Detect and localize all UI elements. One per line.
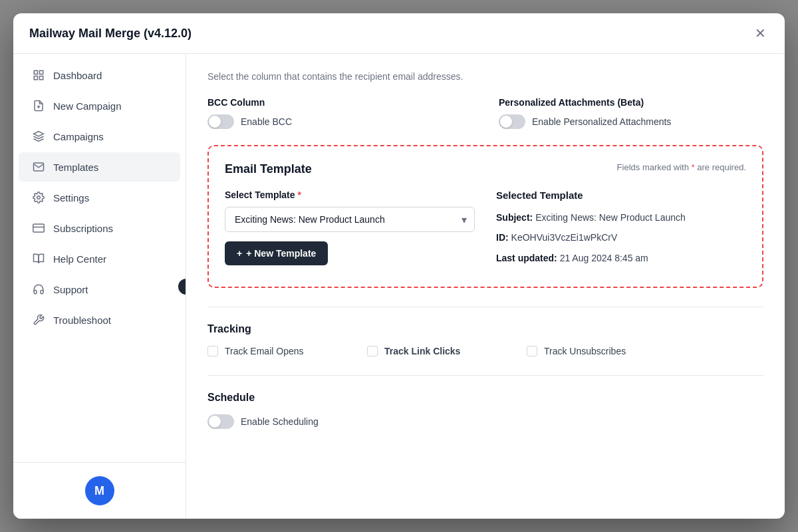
track-opens-checkbox[interactable] <box>207 346 218 356</box>
bcc-toggle-label: Enable BCC <box>241 116 292 127</box>
sidebar-label-help-center: Help Center <box>53 253 106 265</box>
sidebar-item-new-campaign[interactable]: New Campaign <box>19 91 180 120</box>
svg-rect-3 <box>40 76 43 80</box>
sidebar-item-help-center[interactable]: Help Center <box>19 244 180 273</box>
mail-icon <box>32 160 45 174</box>
bcc-column: BCC Column Enable BCC <box>207 97 472 129</box>
bcc-label: BCC Column <box>207 97 472 108</box>
close-icon: ✕ <box>755 26 766 41</box>
modal-body: Dashboard New Campaign <box>13 54 785 519</box>
template-select[interactable]: Exciting News: New Product Launch <box>225 207 475 232</box>
personalized-column: Personalized Attachments (Beta) Enable P… <box>499 97 763 129</box>
track-unsubscribes-label: Track Unsubscribes <box>544 346 626 356</box>
divider-tracking <box>207 307 763 307</box>
section-description: Select the column that contains the reci… <box>207 70 763 84</box>
template-body: Select Template * Exciting News: New Pro… <box>225 190 746 271</box>
new-template-button[interactable]: + + New Template <box>225 241 328 265</box>
bcc-toggle-row: Enable BCC <box>207 114 472 129</box>
gear-icon <box>32 191 45 204</box>
sidebar-item-subscriptions[interactable]: Subscriptions <box>19 213 180 243</box>
sidebar-label-settings: Settings <box>53 192 89 203</box>
sidebar-nav: Dashboard New Campaign <box>13 54 186 462</box>
select-template-label: Select Template * <box>225 190 475 200</box>
track-clicks-row[interactable]: Track Link Clicks <box>367 346 500 356</box>
schedule-section: Schedule Enable Scheduling <box>207 392 763 429</box>
personalized-toggle[interactable] <box>499 114 525 129</box>
personalized-toggle-row: Enable Personalized Attachments <box>499 114 763 129</box>
selected-template-title: Selected Template <box>496 190 746 201</box>
email-template-title: Email Template <box>225 162 312 176</box>
sidebar-item-campaigns[interactable]: Campaigns <box>19 122 180 151</box>
personalized-toggle-label: Enable Personalized Attachments <box>532 116 671 127</box>
track-clicks-label: Track Link Clicks <box>384 346 460 356</box>
svg-rect-0 <box>34 70 37 74</box>
new-template-label: + New Template <box>246 248 316 259</box>
sidebar-label-templates: Templates <box>53 162 98 173</box>
sidebar-label-subscriptions: Subscriptions <box>53 223 113 234</box>
sidebar-item-troubleshoot[interactable]: Troubleshoot <box>19 305 180 334</box>
plus-icon: + <box>237 248 242 259</box>
main-content: Select the column that contains the reci… <box>186 54 785 519</box>
book-icon <box>32 252 45 265</box>
required-star: * <box>692 162 695 172</box>
track-clicks-checkbox[interactable] <box>367 346 378 356</box>
schedule-toggle[interactable] <box>207 414 234 429</box>
divider-schedule <box>207 375 763 376</box>
tracking-options: Track Email Opens Track Link Clicks Trac… <box>207 346 763 356</box>
modal-header: Mailway Mail Merge (v4.12.0) ✕ <box>13 13 785 54</box>
sidebar-item-settings[interactable]: Settings <box>19 183 180 212</box>
track-unsubscribes-row[interactable]: Track Unsubscribes <box>527 346 660 356</box>
modal-title: Mailway Mail Merge (v4.12.0) <box>29 27 192 41</box>
layers-icon <box>32 130 45 143</box>
modal-window: Mailway Mail Merge (v4.12.0) ✕ Dashboard <box>13 13 785 519</box>
schedule-toggle-row: Enable Scheduling <box>207 414 763 429</box>
template-right: Selected Template Subject: Exciting News… <box>496 190 746 271</box>
template-updated-value: 21 Aug 2024 8:45 am <box>560 253 648 263</box>
bcc-toggle[interactable] <box>207 114 234 129</box>
track-opens-row[interactable]: Track Email Opens <box>207 346 340 356</box>
template-id-value: KeOHVui3VczEi1wPkCrV <box>511 232 618 243</box>
template-select-wrapper: Exciting News: New Product Launch ▾ <box>225 207 475 232</box>
credit-card-icon <box>32 221 45 235</box>
svg-marker-6 <box>34 132 44 137</box>
sidebar: Dashboard New Campaign <box>13 54 186 519</box>
svg-point-7 <box>37 196 41 200</box>
template-subject-value: Exciting News: New Product Launch <box>535 212 686 223</box>
sidebar-label-new-campaign: New Campaign <box>53 100 122 112</box>
schedule-title: Schedule <box>207 392 763 404</box>
tracking-title: Tracking <box>207 323 763 335</box>
wrench-icon <box>32 313 45 327</box>
tracking-section: Tracking Track Email Opens Track Link Cl… <box>207 323 763 356</box>
close-button[interactable]: ✕ <box>752 24 769 43</box>
sidebar-label-dashboard: Dashboard <box>53 70 102 81</box>
sidebar-item-support[interactable]: Support <box>19 275 180 304</box>
svg-rect-1 <box>40 70 43 74</box>
template-last-updated: Last updated: 21 Aug 2024 8:45 am <box>496 251 746 265</box>
track-opens-label: Track Email Opens <box>225 346 304 356</box>
schedule-toggle-label: Enable Scheduling <box>241 416 319 427</box>
sidebar-label-support: Support <box>53 284 88 295</box>
sidebar-item-dashboard[interactable]: Dashboard <box>19 61 180 90</box>
sidebar-bottom: M <box>13 462 186 519</box>
email-template-box: Email Template Fields marked with * are … <box>207 145 763 288</box>
track-unsubscribes-checkbox[interactable] <box>527 346 537 356</box>
avatar: M <box>85 476 114 505</box>
grid-icon <box>32 68 45 82</box>
required-note: Fields marked with * are required. <box>617 162 746 172</box>
sidebar-item-templates[interactable]: Templates <box>19 152 180 182</box>
svg-rect-8 <box>33 224 45 232</box>
headset-icon <box>32 283 45 296</box>
file-plus-icon <box>32 99 45 112</box>
personalized-label: Personalized Attachments (Beta) <box>499 97 763 108</box>
sidebar-label-campaigns: Campaigns <box>53 131 104 142</box>
svg-rect-2 <box>34 76 37 80</box>
email-template-header: Email Template Fields marked with * are … <box>225 162 746 176</box>
template-left: Select Template * Exciting News: New Pro… <box>225 190 475 271</box>
template-id: ID: KeOHVui3VczEi1wPkCrV <box>496 230 746 245</box>
template-subject: Subject: Exciting News: New Product Laun… <box>496 210 746 225</box>
bcc-personalized-row: BCC Column Enable BCC Personalized Attac… <box>207 97 763 129</box>
sidebar-label-troubleshoot: Troubleshoot <box>53 315 111 326</box>
